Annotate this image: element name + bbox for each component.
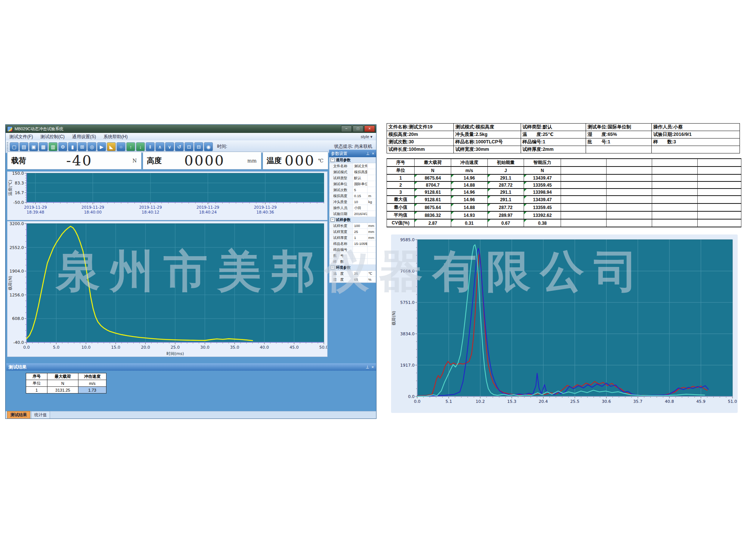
collapse-icon[interactable]: − — [331, 265, 335, 270]
raise-hammer-icon[interactable]: ↑ — [126, 142, 135, 151]
svg-text:83.3: 83.3 — [15, 181, 24, 186]
svg-text:1917.0: 1917.0 — [400, 363, 415, 368]
temperature-readout-label: 温度 — [267, 156, 282, 166]
prop-row[interactable]: 操作人员小田 — [329, 205, 376, 211]
jog-up-icon[interactable]: ∧ — [155, 142, 164, 151]
results-close-icon[interactable]: × — [372, 365, 374, 370]
svg-text:2019-11-2918:40:12: 2019-11-2918:40:12 — [139, 205, 162, 214]
open-file-icon[interactable]: ▤ — [19, 142, 28, 151]
tab-测试结果[interactable]: 测试结果 — [7, 411, 30, 419]
svg-text:20.4: 20.4 — [539, 399, 548, 404]
prop-row[interactable]: 批 号 — [329, 253, 376, 259]
prop-row[interactable]: 冲头质量10kg — [329, 199, 376, 205]
svg-text:0.0: 0.0 — [414, 399, 421, 404]
svg-text:25.5: 25.5 — [570, 399, 580, 404]
prop-row[interactable]: 样品编号 — [329, 247, 376, 253]
power-icon[interactable]: ◉ — [204, 142, 213, 151]
sidebar-pin-icon[interactable]: ⊥ — [366, 151, 370, 156]
svg-text:30.6: 30.6 — [602, 399, 611, 404]
monitor-settings-icon[interactable]: ▥ — [49, 142, 58, 151]
info-cell: 测试次数:30 — [387, 139, 454, 146]
sidebar-group-header[interactable]: −试样参数 — [329, 217, 376, 223]
new-file-icon[interactable]: ▢ — [10, 142, 19, 151]
svg-text:45.0: 45.0 — [289, 345, 299, 350]
prop-row[interactable]: 温 度25℃ — [329, 271, 376, 277]
sidebar-group-header[interactable]: −环境参数 — [329, 265, 376, 271]
prop-row[interactable]: 试样类型默认 — [329, 175, 376, 181]
svg-text:7668.0: 7668.0 — [400, 269, 415, 274]
prop-row[interactable]: 模拟高度0.15m — [329, 193, 376, 199]
panel-layout-icon[interactable]: ⊟ — [194, 142, 203, 151]
svg-text:0.0: 0.0 — [23, 345, 30, 350]
sidebar-close-icon[interactable]: × — [372, 151, 374, 156]
report-info-table: 文件名称:测试文件19测试模式:模拟高度试样类型:默认测试单位:国际单位制操作人… — [387, 123, 740, 153]
svg-text:608.0: 608.0 — [12, 316, 24, 321]
prop-row[interactable]: 测试次数5 — [329, 187, 376, 193]
prop-row[interactable]: 样品名称15-105钢丝带 — [329, 241, 376, 247]
maximize-button[interactable]: □ — [353, 125, 363, 132]
info-cell: 批 号:1 — [586, 139, 651, 146]
connect-icon[interactable]: ◎ — [87, 142, 96, 151]
prop-row[interactable]: 试验日期2016/4/20 — [329, 211, 376, 217]
collapse-icon[interactable]: − — [331, 158, 335, 162]
info-cell: 样 数:3 — [651, 139, 740, 146]
prop-row[interactable]: 文件名称测试文件1 — [329, 163, 376, 169]
prop-row[interactable]: 试样宽度25mm — [329, 229, 376, 235]
sidebar-header[interactable]: 参数设置 ⊥ × — [329, 150, 376, 157]
svg-text:2019-11-2918:40:36: 2019-11-2918:40:36 — [254, 205, 277, 214]
menu-item-0[interactable]: 测试文件(F) — [6, 134, 37, 139]
gear-icon[interactable]: ⚙ — [58, 142, 67, 151]
prop-row[interactable]: 测试模式模拟高度 — [329, 169, 376, 175]
start-test-icon[interactable]: ▶ — [97, 142, 106, 151]
time-label: 时间: — [217, 143, 227, 150]
prop-row[interactable]: 测试单位国际单位制 — [329, 181, 376, 187]
menu-bar: 测试文件(F)测试控制(C)通用设置(S)系统帮助(H) style ▾ — [6, 133, 376, 141]
info-cell: 操作人员:小蔡 — [651, 124, 740, 131]
prop-row[interactable]: 湿 度65% — [329, 277, 376, 283]
svg-text:3200.0: 3200.0 — [10, 221, 24, 226]
export-icon[interactable]: ▦ — [39, 142, 48, 151]
menu-item-2[interactable]: 通用设置(S) — [68, 134, 100, 139]
pause-icon[interactable]: ‖ — [146, 142, 155, 151]
svg-text:5.0: 5.0 — [53, 345, 60, 350]
tab-统计值[interactable]: 统计值 — [31, 411, 50, 419]
parameter-sidebar: 参数设置 ⊥ × −通用参数文件名称测试文件1测试模式模拟高度试样类型默认测试单… — [329, 150, 376, 361]
report-data-table: 序号最大载荷冲击速度初始能量智能压力单位Nm/sJN18675.6414.962… — [387, 158, 741, 227]
svg-text:35.0: 35.0 — [230, 345, 239, 350]
svg-text:40.8: 40.8 — [665, 399, 674, 404]
title-bar[interactable]: MB029C动态冲击试验系统 − □ × — [6, 125, 376, 133]
reset-circle-icon[interactable]: ○ — [117, 142, 125, 151]
info-cell: 样品名称:1000TLCP号 — [454, 139, 521, 146]
temperature-readout-unit: ℃ — [318, 158, 323, 164]
collapse-icon[interactable]: − — [331, 218, 335, 222]
results-panel-header[interactable]: 测试结果 ⊥ × — [6, 363, 376, 371]
jog-down-icon[interactable]: ∨ — [165, 142, 174, 151]
grid-view-icon[interactable]: ⊞ — [78, 142, 87, 151]
lock-icon[interactable]: ⊡ — [185, 142, 193, 151]
prop-row[interactable]: 试样长度100mm — [329, 223, 376, 229]
device-battery-icon[interactable]: ▮ — [68, 142, 77, 151]
menu-item-1[interactable]: 测试控制(C) — [37, 134, 68, 139]
load-readout-label: 载荷 — [11, 156, 26, 166]
prop-row[interactable]: 样 数 — [329, 259, 376, 265]
drop-hammer-icon[interactable]: ↓ — [136, 142, 145, 151]
clean-brush-icon[interactable]: ◣ — [107, 142, 116, 151]
info-cell: 湿 度:65% — [586, 131, 651, 139]
svg-text:16.7: 16.7 — [15, 190, 24, 195]
sidebar-group-header[interactable]: −通用参数 — [329, 157, 376, 163]
temperature-history-chart: 150.083.316.7-50.02019-11-2918:39:482019… — [7, 171, 328, 220]
results-pin-icon[interactable]: ⊥ — [366, 365, 369, 370]
prop-row[interactable]: 试样厚度1mm — [329, 235, 376, 241]
height-readout-label: 高度 — [147, 156, 162, 166]
close-button[interactable]: × — [364, 125, 375, 132]
style-dropdown[interactable]: style ▾ — [361, 134, 376, 139]
svg-text:1904.0: 1904.0 — [10, 269, 24, 274]
info-cell: 试样类型:默认 — [521, 124, 586, 131]
info-cell: 测试单位:国际单位制 — [586, 124, 651, 131]
minimize-button[interactable]: − — [341, 125, 352, 132]
save-icon[interactable]: ▣ — [29, 142, 38, 151]
undo-icon[interactable]: ↺ — [175, 142, 184, 151]
svg-text:-40.0: -40.0 — [13, 340, 24, 345]
toolbar-grip-icon — [7, 142, 8, 151]
menu-item-3[interactable]: 系统帮助(H) — [100, 134, 131, 139]
